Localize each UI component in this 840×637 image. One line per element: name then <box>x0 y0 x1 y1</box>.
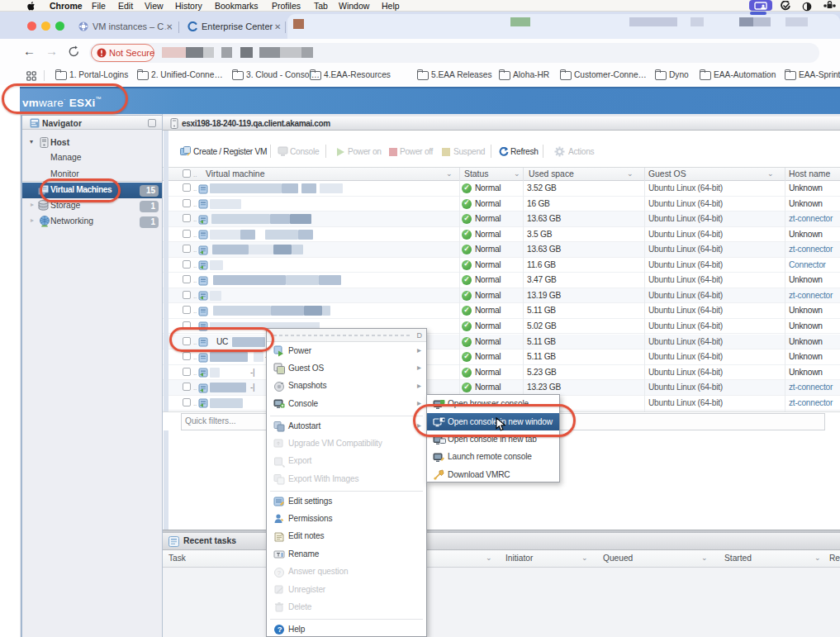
svg-text:?: ? <box>278 625 282 635</box>
svg-text:?: ? <box>278 569 282 577</box>
